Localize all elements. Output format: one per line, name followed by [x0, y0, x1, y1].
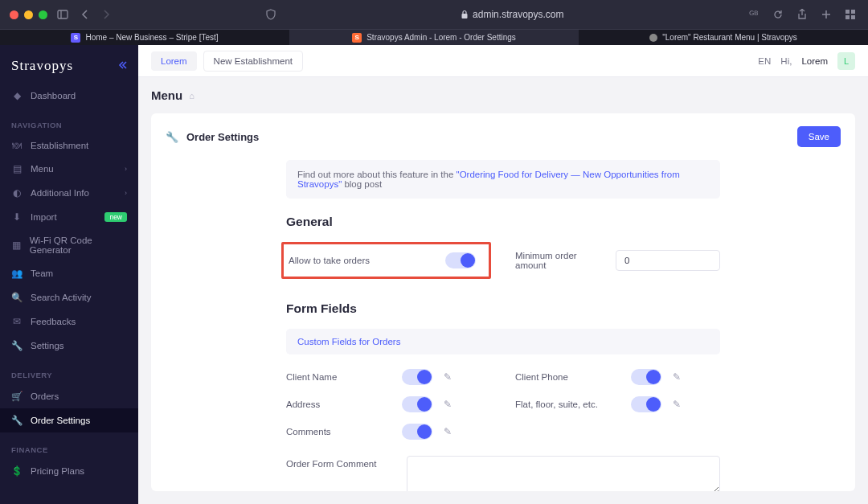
- order-form-comment-textarea[interactable]: [407, 456, 720, 491]
- nav-label: Menu: [31, 164, 54, 174]
- svg-rect-0: [58, 10, 68, 18]
- page-title: Menu: [151, 88, 182, 102]
- search-icon: 🔍: [11, 292, 23, 303]
- tab-establishment-current[interactable]: Lorem: [151, 51, 197, 71]
- maximize-window[interactable]: [39, 10, 47, 19]
- edit-icon[interactable]: ✎: [444, 371, 452, 383]
- collapse-sidebar-icon[interactable]: [117, 60, 127, 72]
- svg-rect-5: [845, 15, 850, 19]
- client-phone-toggle[interactable]: [631, 369, 661, 385]
- import-icon: ⬇: [11, 211, 23, 223]
- allow-orders-label: Allow to take orders: [284, 256, 388, 265]
- home-icon[interactable]: ⌂: [189, 91, 194, 100]
- svg-rect-3: [845, 10, 850, 14]
- sidebar-item-team[interactable]: 👥 Team: [0, 261, 138, 285]
- restaurant-favicon-icon: [649, 34, 657, 42]
- nav-header-delivery: DELIVERY: [0, 358, 138, 384]
- min-order-label: Minimum order amount: [515, 251, 600, 270]
- browser-tab-stravopys-admin[interactable]: S Stravopys Admin - Lorem - Order Settin…: [289, 30, 579, 45]
- sidebar-item-search-activity[interactable]: 🔍 Search Activity: [0, 285, 138, 309]
- card-title: Order Settings: [186, 131, 259, 143]
- wrench-icon: 🔧: [166, 131, 178, 143]
- general-heading: General: [286, 215, 720, 229]
- edit-icon[interactable]: ✎: [673, 399, 681, 410]
- edit-icon[interactable]: ✎: [673, 371, 681, 383]
- custom-fields-link[interactable]: Custom Fields for Orders: [286, 329, 720, 354]
- browser-tab-restaurant[interactable]: "Lorem" Restaurant Menu | Stravopys: [579, 30, 868, 45]
- tab-label: "Lorem" Restaurant Menu | Stravopys: [662, 33, 797, 42]
- tab-overview-icon[interactable]: [842, 8, 858, 21]
- allow-orders-toggle[interactable]: [445, 252, 476, 268]
- chevron-right-icon: ›: [125, 189, 127, 197]
- tab-label: Stravopys Admin - Lorem - Order Settings: [366, 33, 516, 42]
- allow-orders-highlight: Allow to take orders: [281, 242, 491, 279]
- address-toggle[interactable]: [402, 396, 432, 412]
- dashboard-icon: ◆: [11, 90, 23, 101]
- browser-tab-stripe[interactable]: S Home – New Business – Stripe [Test]: [0, 30, 289, 45]
- sidebar-item-pricing-plans[interactable]: 💲 Pricing Plans: [0, 459, 138, 483]
- nav-forward-icon[interactable]: [99, 8, 113, 21]
- lock-icon: [461, 10, 469, 19]
- tab-strip: S Home – New Business – Stripe [Test] S …: [0, 29, 868, 45]
- edit-icon[interactable]: ✎: [444, 426, 452, 437]
- new-tab-icon[interactable]: [818, 8, 834, 21]
- sidebar-item-settings[interactable]: 🔧 Settings: [0, 334, 138, 358]
- min-order-input[interactable]: [616, 250, 720, 271]
- wrench-icon: 🔧: [11, 415, 23, 426]
- translate-icon[interactable]: ᴳᴮ: [746, 7, 762, 23]
- close-window[interactable]: [10, 10, 18, 19]
- nav-back-icon[interactable]: [78, 8, 92, 21]
- team-icon: 👥: [11, 268, 23, 279]
- save-button[interactable]: Save: [797, 126, 841, 147]
- browser-chrome: admin.stravopys.com ᴳᴮ: [0, 0, 868, 29]
- sidebar-item-feedbacks[interactable]: ✉ Feedbacks: [0, 309, 138, 334]
- stripe-favicon-icon: S: [71, 33, 80, 43]
- address-bar[interactable]: admin.stravopys.com: [285, 9, 739, 20]
- user-name[interactable]: Lorem: [801, 56, 828, 66]
- menu-icon: ▤: [11, 163, 23, 174]
- shield-icon[interactable]: [263, 7, 279, 22]
- nav-label: Settings: [31, 341, 64, 350]
- refresh-icon[interactable]: [770, 8, 786, 21]
- sidebar-item-wifi-qr[interactable]: ▦ Wi-Fi QR Code Generator: [0, 229, 138, 261]
- chevron-right-icon: ›: [125, 165, 127, 173]
- sidebar-item-order-settings[interactable]: 🔧 Order Settings: [0, 408, 138, 432]
- qr-icon: ▦: [11, 240, 22, 251]
- new-badge: new: [104, 212, 127, 222]
- comments-toggle[interactable]: [402, 424, 432, 440]
- nav-label: Search Activity: [31, 293, 91, 302]
- sidebar-item-orders[interactable]: 🛒 Orders: [0, 384, 138, 408]
- sidebar-item-menu[interactable]: ▤ Menu ›: [0, 157, 138, 181]
- sidebar-item-dashboard[interactable]: ◆ Dashboard: [0, 84, 138, 108]
- stravopys-favicon-icon: S: [352, 33, 362, 43]
- info-banner: Find out more about this feature in the …: [286, 160, 720, 199]
- client-name-label: Client Name: [286, 372, 391, 382]
- minimize-window[interactable]: [24, 10, 33, 19]
- traffic-lights: [10, 10, 47, 19]
- language-selector[interactable]: EN: [758, 56, 771, 66]
- client-name-toggle[interactable]: [402, 369, 432, 385]
- nav-label: Pricing Plans: [31, 466, 84, 476]
- edit-icon[interactable]: ✎: [444, 399, 452, 410]
- orders-icon: 🛒: [11, 391, 23, 402]
- sidebar-item-additional-info[interactable]: ◐ Additional Info ›: [0, 181, 138, 205]
- feedback-icon: ✉: [11, 316, 23, 327]
- info-prefix: Find out more about this feature in the: [297, 170, 457, 179]
- client-phone-label: Client Phone: [515, 372, 620, 382]
- avatar[interactable]: L: [837, 52, 855, 70]
- breadcrumb: Menu ⌂: [138, 77, 868, 107]
- sidebar-item-establishment[interactable]: 🍽 Establishment: [0, 134, 138, 157]
- main: Lorem New Establishment EN Hi, Lorem L M…: [138, 45, 868, 504]
- nav-header-finance: FINANCE: [0, 432, 138, 459]
- address-label: Address: [286, 400, 391, 409]
- nav-label: Feedbacks: [31, 317, 76, 326]
- sidebar-toggle-icon[interactable]: [54, 8, 72, 21]
- content-card: 🔧 Order Settings Save Find out more abou…: [151, 113, 855, 491]
- sidebar-item-import[interactable]: ⬇ Import new: [0, 205, 138, 229]
- share-icon[interactable]: [794, 7, 810, 22]
- gear-icon: 🔧: [11, 340, 23, 351]
- flat-toggle[interactable]: [631, 396, 661, 412]
- topbar: Lorem New Establishment EN Hi, Lorem L: [138, 45, 868, 77]
- tab-new-establishment[interactable]: New Establishment: [203, 51, 303, 72]
- nav-label: Additional Info: [31, 188, 89, 198]
